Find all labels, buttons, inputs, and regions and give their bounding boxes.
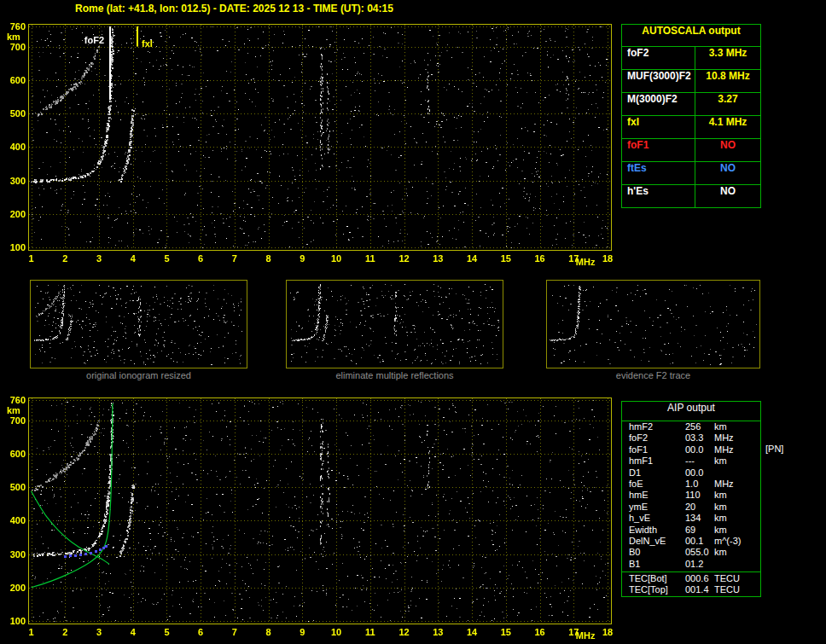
aip-row-hmF1: hmF1---km (622, 455, 760, 467)
aip-row-foF2: foF203.3MHz (622, 432, 760, 444)
panel-evidence-f2-canvas (546, 280, 760, 368)
autoscala-param-label: M(3000)F2 (622, 93, 695, 115)
autoscala-param-value: NO (695, 139, 760, 161)
panel-original-ionogram-canvas (30, 280, 247, 368)
autoscala-row-fxI: fxI4.1 MHz (622, 116, 760, 139)
aip-unit: MHz (714, 479, 760, 490)
aip-value: 055.0 (685, 547, 714, 558)
tec-row-TEC[Bot]: TEC[Bot]000.6TECU (622, 573, 760, 584)
aip-unit: MHz (714, 432, 760, 444)
ionogram-main-canvas (0, 17, 631, 275)
aip-value: 256 (685, 421, 714, 432)
aip-row-B1: B101.2 (622, 559, 760, 570)
aip-unit: km (714, 502, 760, 513)
aip-unit: km (714, 547, 760, 558)
autoscala-row-h'Es: h'EsNO (622, 185, 760, 207)
aip-row-ymE: ymE20km (622, 502, 760, 513)
aip-value: 00.0 (685, 467, 714, 479)
aip-label: foF1 (622, 444, 685, 455)
aip-unit: m^(-3) (714, 536, 760, 547)
autoscala-row-M(3000)F2: M(3000)F23.27 (622, 93, 760, 116)
ionogram-aip-canvas (0, 391, 631, 643)
aip-label: Ewidth (622, 525, 685, 536)
aip-label: DelN_vE (622, 536, 685, 547)
aip-value: 20 (685, 502, 714, 513)
autoscala-param-label: h'Es (622, 185, 695, 207)
aip-label: TEC[Bot] (622, 573, 685, 584)
aip-label: ymE (622, 502, 685, 513)
aip-value: 1.0 (685, 479, 714, 490)
aip-value: 00.1 (685, 536, 714, 547)
aip-tec-separator: TEC[Bot]000.6TECUTEC[Top]001.4TECU (622, 571, 760, 596)
autoscala-row-MUF(3000)F2: MUF(3000)F210.8 MHz (622, 70, 760, 93)
autoscala-param-label: foF1 (622, 139, 695, 161)
aip-output-table: AIP output hmF2256kmfoF203.3MHzfoF100.0M… (621, 401, 761, 597)
aip-row-foE: foE1.0MHz (622, 479, 760, 490)
aip-value: 134 (685, 513, 714, 524)
autoscala-param-value: 3.3 MHz (695, 47, 760, 69)
aip-label: foE (622, 479, 685, 490)
autoscala-param-label: MUF(3000)F2 (622, 70, 695, 92)
aip-label: B0 (622, 547, 685, 558)
aip-row-foF1: foF100.0MHz (622, 444, 760, 455)
panel-caption-eliminate: eliminate multiple reflections (286, 370, 503, 380)
panel-caption-evidence: evidence F2 trace (546, 370, 760, 380)
autoscala-output-table: AUTOSCALA output foF23.3 MHzMUF(3000)F21… (621, 24, 761, 208)
aip-foF1-note: [PN] (765, 444, 783, 454)
aip-value: 03.3 (685, 432, 714, 444)
aip-value: --- (685, 455, 714, 467)
autoscala-param-label: fxI (622, 116, 695, 138)
aip-unit: TECU (714, 573, 760, 584)
aip-label: TEC[Top] (622, 584, 685, 595)
aip-unit: km (714, 513, 760, 524)
aip-value: 001.4 (685, 584, 714, 595)
autoscala-table-rows: foF23.3 MHzMUF(3000)F210.8 MHzM(3000)F23… (622, 47, 760, 207)
autoscala-param-value: 4.1 MHz (695, 116, 760, 138)
aip-row-h_vE: h_vE134km (622, 513, 760, 524)
autoscala-table-title: AUTOSCALA output (622, 25, 760, 47)
aip-row-D1: D100.0 (622, 467, 760, 479)
aip-row-B0: B0055.0km (622, 547, 760, 558)
aip-value: 110 (685, 490, 714, 501)
tec-row-TEC[Top]: TEC[Top]001.4TECU (622, 584, 760, 595)
aip-label: hmE (622, 490, 685, 501)
aip-value: 00.0 (685, 444, 714, 455)
aip-row-Ewidth: Ewidth69km (622, 525, 760, 536)
autoscala-param-label: ftEs (622, 162, 695, 184)
autoscala-row-foF1: foF1NO (622, 139, 760, 162)
autoscala-param-value: 10.8 MHz (695, 70, 760, 92)
aip-tec-rows: TEC[Bot]000.6TECUTEC[Top]001.4TECU (622, 573, 760, 596)
panel-caption-original: original ionogram resized (30, 370, 247, 380)
aip-row-DelN_vE: DelN_vE00.1m^(-3) (622, 536, 760, 547)
autoscala-row-foF2: foF23.3 MHz (622, 47, 760, 70)
aip-unit: km (714, 421, 760, 432)
aip-label: h_vE (622, 513, 685, 524)
aip-row-hmF2: hmF2256km (622, 421, 760, 432)
aip-unit: km (714, 490, 760, 501)
aip-label: D1 (622, 467, 685, 479)
aip-row-hmE: hmE110km (622, 490, 760, 501)
station-header: Rome (lat: +41.8, lon: 012.5) - DATE: 20… (75, 3, 393, 15)
aip-unit (714, 467, 760, 479)
autoscala-param-label: foF2 (622, 47, 695, 69)
autoscala-param-value: 3.27 (695, 93, 760, 115)
aip-value: 69 (685, 525, 714, 536)
aip-value: 000.6 (685, 573, 714, 584)
panel-eliminate-multiples-canvas (286, 280, 503, 368)
aip-value: 01.2 (685, 559, 714, 570)
aip-table-title: AIP output (622, 402, 760, 421)
aip-unit: km (714, 525, 760, 536)
aip-unit: MHz (714, 444, 760, 455)
aip-label: foF2 (622, 432, 685, 444)
autoscala-param-value: NO (695, 185, 760, 207)
aip-label: hmF1 (622, 455, 685, 467)
aip-label: hmF2 (622, 421, 685, 432)
aip-unit: km (714, 455, 760, 467)
autoscala-row-ftEs: ftEsNO (622, 162, 760, 185)
autoscala-param-value: NO (695, 162, 760, 184)
aip-unit (714, 559, 760, 570)
aip-table-rows: hmF2256kmfoF203.3MHzfoF100.0MHzhmF1---km… (622, 421, 760, 570)
aip-label: B1 (622, 559, 685, 570)
aip-unit: TECU (714, 584, 760, 595)
